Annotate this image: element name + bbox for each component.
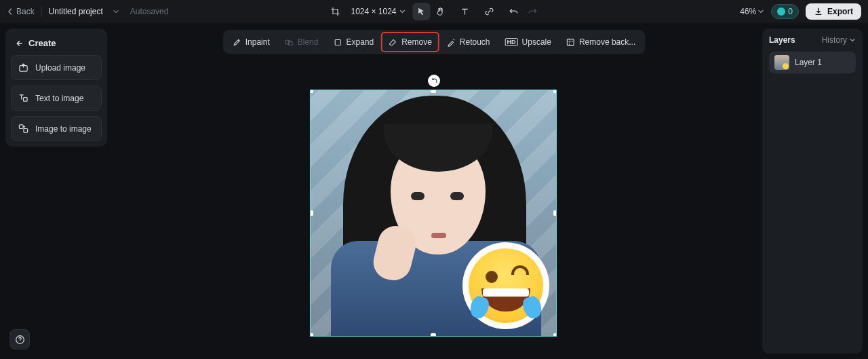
download-icon: [814, 7, 823, 16]
layer-row[interactable]: Layer 1: [769, 52, 856, 73]
help-icon: [15, 335, 25, 345]
zoom-button[interactable]: 46%: [740, 7, 764, 16]
layers-panel: Layers History Layer 1: [762, 29, 863, 354]
help-button[interactable]: [9, 329, 30, 349]
resize-handle-tr[interactable]: [553, 90, 557, 93]
resize-handle-b[interactable]: [431, 333, 436, 337]
resize-handle-t[interactable]: [431, 90, 436, 93]
divider: [41, 6, 42, 17]
link-tool-button[interactable]: [481, 3, 498, 20]
project-name[interactable]: Untitled project: [49, 7, 103, 16]
resize-handle-tl[interactable]: [310, 90, 313, 93]
undo-icon: [509, 7, 519, 16]
resize-handle-br[interactable]: [553, 333, 557, 337]
redo-button[interactable]: [524, 3, 542, 20]
emoji-sticker[interactable]: [462, 242, 549, 329]
text-tool-button[interactable]: [456, 3, 474, 20]
zoom-label: 46%: [740, 7, 756, 16]
export-button[interactable]: Export: [806, 3, 861, 20]
resize-handle-l[interactable]: [310, 210, 313, 216]
rotate-handle[interactable]: [428, 75, 440, 87]
topbar-right: 46% 0 Export: [740, 3, 861, 20]
canvas-dimensions: 1024 × 1024: [351, 7, 396, 16]
back-button[interactable]: Back: [7, 7, 35, 16]
resize-handle-r[interactable]: [553, 210, 557, 216]
chevron-down-icon: [399, 8, 406, 15]
crop-button[interactable]: [326, 3, 344, 20]
topbar-left: Back Untitled project Autosaved: [7, 6, 168, 17]
layer-thumbnail: [774, 55, 789, 70]
export-label: Export: [827, 7, 853, 16]
history-button[interactable]: History: [822, 35, 856, 45]
autosaved-label: Autosaved: [130, 7, 169, 16]
history-group: [505, 3, 542, 20]
top-bar: Back Untitled project Autosaved 1024 × 1…: [0, 0, 868, 23]
chevron-down-icon: [757, 8, 764, 15]
project-menu-button[interactable]: [113, 8, 119, 15]
crop-icon: [330, 7, 340, 16]
topbar-center: 1024 × 1024: [326, 3, 541, 20]
text-icon: [460, 7, 470, 16]
back-label: Back: [16, 7, 35, 16]
layers-panel-header: Layers History: [769, 35, 856, 45]
layer-label: Layer 1: [795, 58, 822, 67]
select-tool-button[interactable]: [413, 3, 431, 20]
credits-pill[interactable]: 0: [771, 4, 799, 19]
canvas-dimensions-button[interactable]: 1024 × 1024: [351, 7, 406, 16]
undo-button[interactable]: [505, 3, 523, 20]
link-icon: [485, 7, 494, 16]
hand-tool-button[interactable]: [432, 3, 450, 20]
layers-title: Layers: [769, 35, 795, 45]
resize-handle-bl[interactable]: [310, 333, 313, 337]
chevron-down-icon: [113, 8, 119, 15]
selected-layer[interactable]: [310, 90, 557, 337]
redo-icon: [528, 7, 538, 16]
history-label: History: [822, 35, 847, 45]
chevron-down-icon: [849, 37, 856, 43]
credits-value: 0: [788, 7, 793, 16]
pointer-tool-group: [413, 3, 450, 20]
chevron-left-icon: [7, 8, 14, 15]
hand-icon: [436, 7, 446, 16]
cursor-icon: [417, 7, 427, 16]
rotate-icon: [431, 77, 438, 85]
credits-icon: [777, 7, 785, 16]
canvas-area[interactable]: [0, 23, 868, 359]
